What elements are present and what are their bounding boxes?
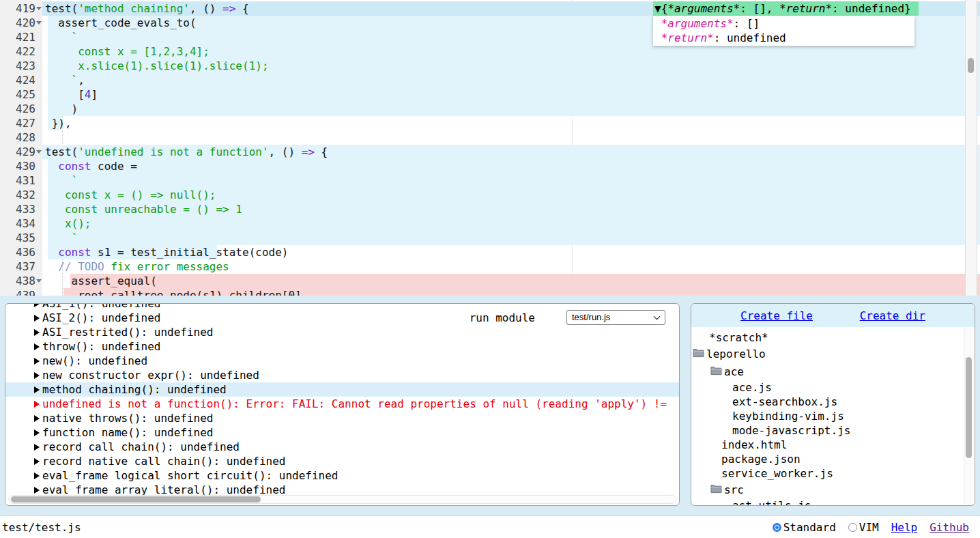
expand-icon[interactable]	[34, 415, 40, 422]
inspector-header[interactable]: ▼{*arguments*: [], *return*: undefined}	[653, 1, 919, 16]
code-line[interactable]: 432 const x = () => null();	[0, 188, 980, 202]
result-item[interactable]: record native call chain(): undefined	[5, 454, 679, 468]
expand-icon[interactable]	[34, 386, 40, 393]
code-line[interactable]: 437 // TODO fix error messages	[0, 259, 980, 274]
gutter-cell: 436	[0, 245, 42, 259]
inspector-entry[interactable]: *return*: undefined	[653, 31, 914, 45]
tree-item[interactable]: leporello	[691, 345, 975, 363]
code-line[interactable]: 429test('undefined is not a function', (…	[0, 145, 980, 159]
tree-item[interactable]: *scratch*	[691, 330, 975, 345]
expand-icon[interactable]	[34, 458, 40, 465]
fold-icon[interactable]	[36, 150, 42, 154]
create-dir-link[interactable]: Create dir	[860, 309, 925, 322]
code-line[interactable]: 434 x();	[0, 216, 980, 231]
code-token	[45, 188, 65, 201]
file-tree-header: Create file Create dir	[691, 304, 975, 327]
code-token: fix error messages	[104, 260, 229, 273]
result-item[interactable]: throw(): undefined	[5, 339, 679, 354]
tree-item[interactable]: ext-searchbox.js	[691, 395, 975, 409]
expand-icon[interactable]	[34, 444, 40, 451]
expand-icon[interactable]	[34, 401, 40, 408]
code-token: )	[45, 102, 78, 115]
expand-icon[interactable]	[34, 303, 40, 307]
result-item[interactable]: record call chain(): undefined	[5, 440, 679, 454]
line-number: 436	[16, 246, 35, 259]
code-token: const unreachable = () => 1	[65, 203, 242, 216]
code-line[interactable]: 433 const unreachable = () => 1	[0, 202, 980, 216]
help-link[interactable]: Help	[891, 521, 918, 534]
tree-item[interactable]: src	[691, 481, 975, 498]
code-line[interactable]: 431 `	[0, 173, 980, 188]
module-select[interactable]: test/run.js	[566, 310, 665, 325]
keyboard-standard-radio[interactable]	[773, 523, 781, 532]
expand-icon[interactable]	[34, 315, 40, 322]
code-line[interactable]: 436 const s1 = test_initial_state(code)	[0, 245, 980, 259]
code-line[interactable]: 430 const code =	[0, 159, 980, 173]
keyboard-vim-label[interactable]: VIM	[859, 521, 879, 534]
gutter-cell: 429	[0, 145, 42, 159]
code-text: x();	[0, 216, 968, 231]
results-list: ASI_1(): undefinedASI_2(): undefinedASI_…	[5, 303, 679, 497]
vertical-scrollbar[interactable]	[965, 0, 977, 296]
expand-icon[interactable]	[34, 372, 40, 379]
gutter-cell: 425	[0, 87, 42, 102]
code-line[interactable]: 427 }),	[0, 116, 980, 130]
tree-item[interactable]: mode-javascript.js	[691, 423, 975, 438]
result-item[interactable]: new constructor expr(): undefined	[5, 368, 679, 382]
tree-item[interactable]: ace.js	[691, 380, 975, 395]
gutter-cell: 438	[0, 274, 42, 288]
tree-item[interactable]: index.html	[691, 438, 975, 452]
result-item[interactable]: new(): undefined	[5, 354, 679, 368]
code-line[interactable]: 439 root_calltree_node(s1).children[0]	[0, 288, 980, 296]
code-line[interactable]: 425 [4]	[0, 87, 980, 102]
scrollbar-thumb[interactable]	[968, 58, 974, 73]
code-token: const x = [1,2,3,4];	[78, 45, 210, 58]
code-line[interactable]: 438 assert_equal(	[0, 274, 980, 288]
github-link[interactable]: Github	[929, 521, 969, 534]
create-file-link[interactable]: Create file	[740, 309, 813, 322]
call-results-panel: ASI_1(): undefinedASI_2(): undefinedASI_…	[5, 303, 680, 506]
scrollbar-thumb[interactable]	[966, 357, 972, 458]
expand-icon[interactable]	[34, 358, 40, 365]
fold-icon[interactable]	[36, 21, 42, 25]
code-line[interactable]: 426 )	[0, 102, 980, 116]
tree-item-label: leporello	[706, 348, 766, 360]
inspector-entry[interactable]: *arguments*: []	[653, 16, 914, 31]
vertical-scrollbar[interactable]	[964, 328, 973, 504]
fold-icon[interactable]	[36, 279, 42, 283]
result-item[interactable]: method chaining(): undefined	[5, 382, 679, 397]
code-token: ,	[78, 74, 85, 87]
tree-item[interactable]: ast_utils.js	[691, 498, 975, 506]
result-item[interactable]: eval_frame logical short circuit(): unde…	[5, 468, 679, 483]
code-line[interactable]: 423 x.slice(1).slice(1).slice(1);	[0, 59, 980, 73]
code-token: =>	[222, 2, 235, 15]
tree-item[interactable]: keybinding-vim.js	[691, 409, 975, 423]
keyboard-vim-radio[interactable]	[848, 523, 857, 532]
gutter-cell: 430	[0, 159, 42, 173]
code-editor[interactable]: 419test('method chaining', () => {420 as…	[0, 0, 980, 296]
code-token: const	[58, 160, 91, 173]
result-item[interactable]: function name(): undefined	[5, 425, 679, 440]
line-number: 432	[16, 188, 35, 201]
code-line[interactable]: 422 const x = [1,2,3,4];	[0, 44, 980, 59]
keyboard-standard-label[interactable]: Standard	[783, 521, 836, 534]
code-line[interactable]: 428	[0, 130, 980, 145]
code-line[interactable]: 435 `	[0, 231, 980, 245]
horizontal-scrollbar[interactable]	[8, 495, 676, 504]
tree-item[interactable]: service_worker.js	[691, 466, 975, 481]
scrollbar-thumb[interactable]	[11, 496, 261, 502]
expand-icon[interactable]	[34, 487, 40, 494]
expand-icon[interactable]	[34, 343, 40, 350]
code-line[interactable]: 424 `,	[0, 73, 980, 87]
result-item[interactable]: native throws(): undefined	[5, 411, 679, 425]
expand-icon[interactable]	[34, 429, 40, 436]
tree-item[interactable]: package.json	[691, 452, 975, 466]
tree-item[interactable]: ace	[691, 363, 975, 380]
result-item[interactable]: undefined is not a function(): Error: FA…	[5, 397, 679, 411]
expand-icon[interactable]	[34, 472, 40, 479]
tree-item-label: keybinding-vim.js	[732, 410, 844, 423]
result-item[interactable]: ASI_restrited(): undefined	[5, 325, 679, 339]
line-number: 431	[16, 174, 35, 187]
expand-icon[interactable]	[34, 329, 40, 336]
fold-icon[interactable]	[36, 7, 42, 10]
